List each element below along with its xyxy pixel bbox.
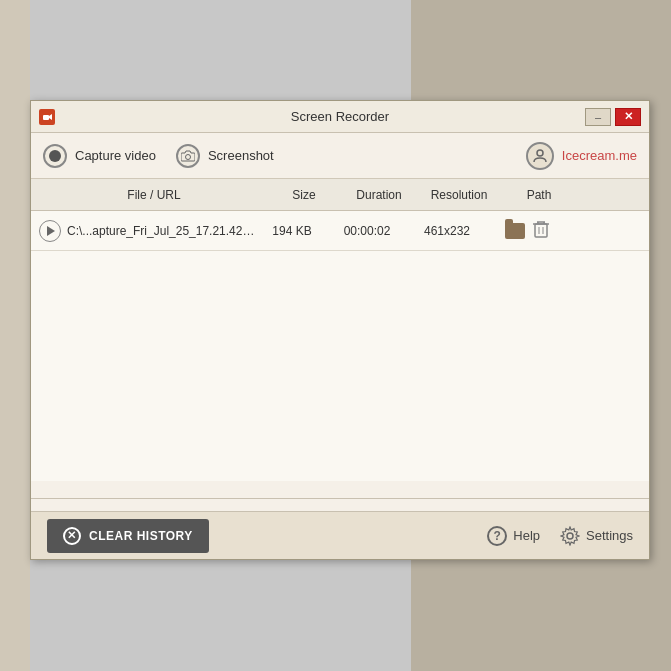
play-triangle-icon — [47, 226, 55, 236]
play-button[interactable] — [39, 220, 61, 242]
capture-video-label: Capture video — [75, 148, 156, 163]
user-avatar-icon — [526, 142, 554, 170]
file-size: 194 KB — [257, 224, 327, 238]
open-folder-icon[interactable] — [505, 223, 525, 239]
help-label: Help — [513, 528, 540, 543]
app-icon — [39, 109, 55, 125]
clear-history-label: CLEAR HISTORY — [89, 529, 193, 543]
help-button[interactable]: ? Help — [487, 526, 540, 546]
file-resolution: 461x232 — [407, 224, 487, 238]
background-left — [0, 0, 30, 671]
table-header: File / URL Size Duration Resolution Path — [31, 179, 649, 211]
window-title: Screen Recorder — [291, 109, 389, 124]
window-controls: – ✕ — [585, 108, 641, 126]
svg-rect-0 — [43, 115, 49, 120]
header-path: Path — [499, 188, 579, 202]
bottom-bar: ✕ CLEAR HISTORY ? Help Settings — [31, 511, 649, 559]
svg-marker-1 — [49, 114, 52, 120]
header-resolution: Resolution — [419, 188, 499, 202]
x-circle-icon: ✕ — [63, 527, 81, 545]
table-container: File / URL Size Duration Resolution Path… — [31, 179, 649, 499]
title-bar: Screen Recorder – ✕ — [31, 101, 649, 133]
close-button[interactable]: ✕ — [615, 108, 641, 126]
screenshot-button[interactable]: Screenshot — [176, 144, 274, 168]
main-window: Screen Recorder – ✕ Capture video — [30, 100, 650, 560]
svg-point-2 — [185, 154, 190, 159]
capture-video-button[interactable]: Capture video — [43, 144, 156, 168]
table-row: C:\...apture_Fri_Jul_25_17.21.42.mkv 194… — [31, 211, 649, 251]
minimize-button[interactable]: – — [585, 108, 611, 126]
help-circle-icon: ? — [487, 526, 507, 546]
title-bar-left — [39, 109, 55, 125]
svg-rect-4 — [535, 224, 547, 237]
delete-icon[interactable] — [533, 220, 549, 242]
header-duration: Duration — [339, 188, 419, 202]
svg-point-3 — [537, 150, 543, 156]
empty-table-area — [31, 251, 649, 481]
clear-history-button[interactable]: ✕ CLEAR HISTORY — [47, 519, 209, 553]
toolbar: Capture video Screenshot Icecream.m — [31, 133, 649, 179]
site-link[interactable]: Icecream.me — [562, 148, 637, 163]
header-file: File / URL — [39, 188, 269, 202]
svg-point-11 — [567, 533, 573, 539]
bottom-right: ? Help Settings — [487, 526, 633, 546]
settings-button[interactable]: Settings — [560, 526, 633, 546]
screenshot-icon — [176, 144, 200, 168]
toolbar-left: Capture video Screenshot — [43, 144, 274, 168]
toolbar-right: Icecream.me — [526, 142, 637, 170]
settings-label: Settings — [586, 528, 633, 543]
file-name: C:\...apture_Fri_Jul_25_17.21.42.mkv — [67, 224, 257, 238]
capture-video-radio — [43, 144, 67, 168]
file-actions — [487, 220, 567, 242]
gear-icon — [560, 526, 580, 546]
header-size: Size — [269, 188, 339, 202]
screenshot-label: Screenshot — [208, 148, 274, 163]
radio-dot — [49, 150, 61, 162]
file-duration: 00:00:02 — [327, 224, 407, 238]
